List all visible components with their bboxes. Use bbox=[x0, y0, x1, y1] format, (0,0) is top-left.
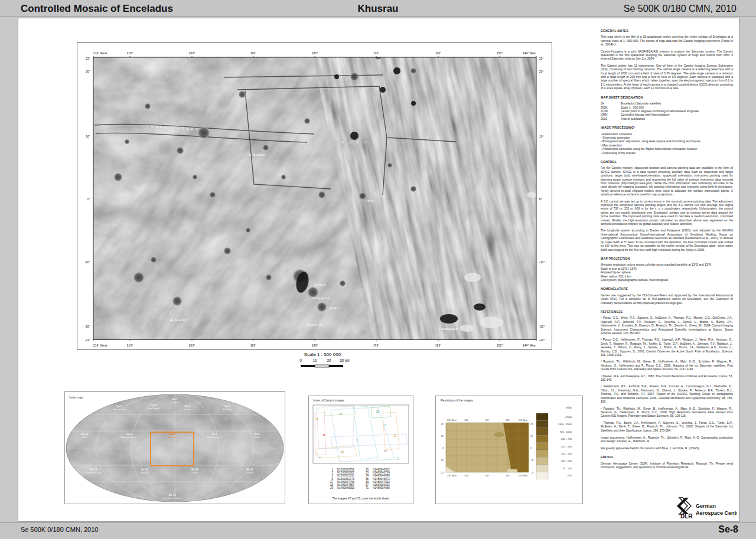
main-map: I S B A N I R F O S S AS U L C IAl-Bakbu… bbox=[77, 43, 553, 350]
footer-bar bbox=[0, 522, 756, 539]
lon-label-bottom: 144° West bbox=[523, 344, 537, 347]
quad-name: Kamar bbox=[246, 471, 254, 474]
quad-id-Se-3: Se-3 bbox=[184, 405, 190, 408]
resolution-title: Resolution of the images bbox=[441, 398, 474, 402]
notes-paragraph: ⁵ Seidelmann, P.K., Archinal, B.A., Ahea… bbox=[601, 384, 733, 403]
notes-paragraph: Image processing: Hoffmeister, A., Roats… bbox=[601, 436, 733, 443]
image-id: N1489048053 bbox=[337, 486, 354, 489]
index-map: Index map Se-1SindbadSe-5Mosul SulciSe-4… bbox=[64, 391, 285, 504]
notes-paragraph: ¹ Porco, C.C., West, R.A., Squyres, S., … bbox=[601, 316, 733, 335]
res-lon-label: 216° West bbox=[447, 419, 457, 422]
res-lat-label: 22° bbox=[530, 423, 534, 426]
scale-text: Scale 1 : 500 000 bbox=[304, 352, 341, 357]
legend-swatch bbox=[536, 420, 548, 427]
res-lon-label: 160° bbox=[506, 419, 510, 422]
notes-paragraph: This map sheet is the 8th of a 15-quadra… bbox=[601, 35, 733, 46]
notes-paragraph: Cassini-Huygens is a joint NASA/ESA/ASI … bbox=[601, 50, 733, 61]
quad-id-Se-12: Se-12 bbox=[191, 468, 199, 471]
quad-id-Se-1: Se-1 bbox=[172, 398, 178, 401]
lon-label-bottom: 190° bbox=[250, 344, 256, 347]
notes-paragraph: The Cassini orbiter has 12 instruments. … bbox=[601, 64, 733, 90]
notes-section: NOMENCLATURENames are suggested by the I… bbox=[601, 287, 733, 305]
legend-label: <70 bbox=[568, 474, 572, 477]
notes-heading: MAP PROJECTION bbox=[601, 257, 733, 260]
quad-id-Se-15: Se-15 bbox=[169, 494, 177, 496]
notes-section: EDITORGerman Aerospace Center (DLR), Ins… bbox=[601, 455, 733, 469]
processing-step: - Processing of the mosaic bbox=[601, 151, 733, 155]
scale-tick-label: 0 bbox=[299, 358, 302, 362]
lon-label-top: 180° bbox=[312, 51, 318, 55]
dlr-logo: DLR German Aerospace Center bbox=[660, 495, 737, 520]
lat-label-left: -10° bbox=[85, 260, 90, 264]
feature-label: Shirin bbox=[366, 199, 374, 202]
lat-label-right: -20° bbox=[539, 325, 545, 328]
quad-name: Salih bbox=[254, 436, 260, 439]
quad-id-Se-7: Se-7 bbox=[211, 433, 217, 436]
quad-id-Se-14: Se-14 bbox=[90, 468, 97, 471]
feature-label: S U L C I bbox=[341, 141, 376, 144]
quad-name: Damascus Sulcus bbox=[162, 496, 183, 499]
legend-label: 150 - 250 bbox=[561, 452, 572, 455]
res-lon-label: 180° bbox=[485, 475, 490, 477]
lat-label-right: -22° bbox=[539, 338, 545, 342]
notes-paragraph: For the Cassini mission, spacecraft posi… bbox=[601, 166, 733, 196]
cassini-index: Index of Cassini images 1242833398133352… bbox=[308, 396, 413, 504]
res-lat-label: 0° bbox=[442, 447, 445, 449]
res-patch bbox=[494, 432, 504, 437]
lon-label-top: 190° bbox=[250, 51, 256, 55]
res-lon-label: 200° bbox=[464, 475, 469, 477]
res-patch-bottom bbox=[507, 469, 517, 472]
quad-id-Se-2: Se-2 bbox=[224, 405, 230, 408]
feature-label: Zumurrud bbox=[307, 323, 323, 326]
scale-bar bbox=[301, 365, 343, 367]
res-lat-label: 10° bbox=[441, 435, 445, 437]
quad-id-Se-13: Se-13 bbox=[141, 468, 149, 471]
notes-section: MAP PROJECTIONMercator projection onto a… bbox=[601, 257, 733, 282]
quad-id-Se-4: Se-4 bbox=[151, 404, 157, 407]
lat-label-right: 10° bbox=[539, 135, 544, 138]
lat-label-right: 20° bbox=[539, 70, 544, 73]
quad-name: Ebony Dorsum bbox=[120, 436, 137, 439]
image-id: N1489054080 bbox=[373, 486, 390, 489]
feature-label: Al-Mustazi bbox=[170, 318, 188, 322]
quad-id-Se-10: Se-10 bbox=[81, 433, 89, 436]
legend-label: >1500 bbox=[565, 416, 572, 419]
res-lon-label: 180° bbox=[485, 419, 490, 422]
feature-label: Pasargadah bbox=[439, 327, 458, 331]
notes-paragraph: We greatly appreciate helpful discussion… bbox=[601, 446, 733, 450]
notes-paragraph: The longitude system according to Davies… bbox=[601, 228, 733, 251]
lon-label-bottom: 216° West bbox=[93, 344, 107, 347]
notes-paragraph: ⁷ Thomas, P.C., Burns, J.A., Helfenstein… bbox=[601, 421, 733, 432]
feature-label: Al-Kuz bbox=[330, 306, 341, 310]
map-mosaic: I S B A N I R F O S S AS U L C IAl-Bakbu… bbox=[93, 43, 553, 350]
image-num: 29 bbox=[330, 486, 334, 489]
res-lon-label: 200° bbox=[464, 419, 469, 422]
dlr-logo-text: DLR bbox=[680, 513, 693, 520]
lat-label-right: 22° bbox=[539, 57, 544, 60]
legend-label: 700 - 1000 bbox=[559, 430, 572, 433]
quad-id-Se-5: Se-5 bbox=[116, 405, 122, 408]
lon-label-top: 216° West bbox=[93, 51, 107, 55]
lat-label-left: 20° bbox=[86, 70, 90, 73]
lat-label-right: -10° bbox=[539, 260, 545, 264]
footer-sheet-code: Se 500K 0/180 CMN, 2010 bbox=[21, 526, 98, 533]
legend-label: 1000 - 1500 bbox=[558, 423, 572, 426]
scale-bar-labels: 0102030 km bbox=[299, 358, 350, 362]
footprint-number: 39 bbox=[322, 434, 326, 437]
notes-heading: IMAGE PROCESSING³ bbox=[601, 126, 733, 129]
quad-id-Se-8: Se-8 bbox=[170, 433, 175, 436]
index-map-label: Index map bbox=[69, 396, 83, 399]
notes-paragraph: ⁶ Roatsch, Th., Wählisch, M., Giese, B.,… bbox=[601, 407, 733, 418]
quad-id-Se-11: Se-11 bbox=[246, 468, 253, 471]
quad-name: Otbah bbox=[191, 471, 198, 474]
quad-name: Khusrau bbox=[168, 436, 177, 439]
lat-label-left: 10° bbox=[86, 135, 90, 138]
scale-bar-group: Scale 1 : 500 000 0102030 km bbox=[284, 351, 366, 372]
sheet-code-title: Se 500K 0/180 CMN, 2010 bbox=[624, 4, 737, 14]
notes-paragraph: German Aerospace Center (DLR), Institute… bbox=[601, 462, 733, 469]
quad-name: Kasim bbox=[184, 408, 191, 411]
lat-label-left: 22° bbox=[86, 57, 90, 60]
legend-unit-label: m/px bbox=[566, 406, 572, 409]
lon-label-top: 200° bbox=[189, 51, 195, 55]
legend-swatch bbox=[536, 435, 548, 442]
